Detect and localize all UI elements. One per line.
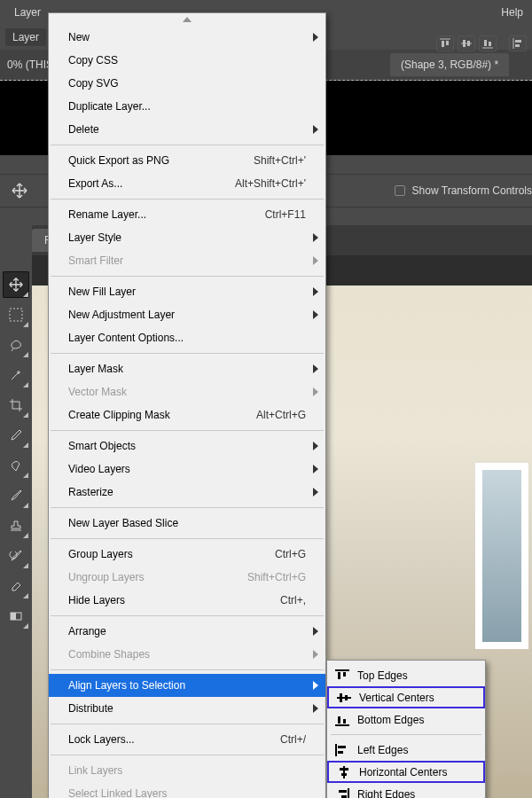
submenu-arrow-icon — [313, 233, 318, 242]
align-horizontal-centers-icon — [336, 764, 352, 780]
tool-brush[interactable] — [3, 482, 29, 509]
svg-rect-2 — [446, 41, 449, 45]
submenu-arrow-icon — [313, 465, 318, 473]
menu-item-layer-style[interactable]: Layer Style — [49, 226, 325, 249]
menu-item-label: Combine Shapes — [68, 648, 306, 661]
menu-item-layer-mask[interactable]: Layer Mask — [49, 357, 325, 380]
checkbox-icon[interactable] — [395, 185, 405, 196]
show-transform-controls-label: Show Transform Controls — [412, 184, 532, 197]
menu-item-new-adjustment-layer[interactable]: New Adjustment Layer — [49, 303, 325, 326]
menu-separator — [51, 145, 324, 145]
menu-item-video-layers[interactable]: Video Layers — [49, 458, 325, 481]
tool-stamp[interactable] — [3, 512, 29, 539]
menu-item-delete[interactable]: Delete — [49, 118, 325, 141]
menu-item-label: Link Layers — [68, 764, 306, 777]
menu-item-label: New Layer Based Slice — [68, 517, 306, 529]
submenu-item-label: Bottom Edges — [357, 714, 424, 726]
menu-item-quick-export[interactable]: Quick Export as PNGShift+Ctrl+' — [49, 149, 325, 172]
scroll-up-arrow-icon[interactable] — [49, 13, 325, 26]
move-tool-icon[interactable] — [9, 180, 30, 201]
menu-separator — [51, 724, 324, 724]
layer-menu-dropdown: New Copy CSS Copy SVG Duplicate Layer...… — [48, 12, 326, 798]
align-top-icon[interactable] — [436, 35, 454, 51]
menu-item-new[interactable]: New — [49, 26, 325, 49]
menu-separator — [51, 199, 324, 200]
menu-item-lock-layers[interactable]: Lock Layers...Ctrl+/ — [49, 728, 325, 751]
menu-item-vector-mask: Vector Mask — [49, 380, 325, 403]
submenu-arrow-icon — [313, 287, 318, 296]
menu-item-link-layers: Link Layers — [49, 759, 325, 782]
menu-item-smart-objects[interactable]: Smart Objects — [49, 434, 325, 458]
menu-item-label: New Fill Layer — [68, 286, 306, 298]
menu-layer[interactable]: Layer — [5, 3, 50, 22]
menu-item-distribute[interactable]: Distribute — [49, 697, 325, 720]
menu-item-layer-content-options[interactable]: Layer Content Options... — [49, 326, 325, 349]
shortcut-label: Shift+Ctrl+' — [254, 154, 306, 167]
menu-item-new-layer-based-slice[interactable]: New Layer Based Slice — [49, 512, 325, 535]
menu-item-group-layers[interactable]: Group LayersCtrl+G — [49, 543, 325, 566]
menu-item-export-as[interactable]: Export As...Alt+Shift+Ctrl+' — [49, 172, 325, 195]
svg-rect-14 — [11, 613, 16, 620]
shortcut-label: Alt+Shift+Ctrl+' — [235, 177, 306, 190]
tool-eyedropper[interactable] — [3, 422, 29, 449]
document-tab-shape3[interactable]: (Shape 3, RGB/8#) * — [390, 53, 509, 76]
menu-item-combine-shapes: Combine Shapes — [49, 643, 325, 666]
tool-move[interactable] — [3, 271, 29, 298]
tool-gradient[interactable] — [3, 603, 29, 630]
menu-item-copy-css[interactable]: Copy CSS — [49, 49, 325, 72]
shortcut-label: Ctrl+G — [275, 548, 306, 560]
submenu-item-label: Left Edges — [357, 744, 408, 756]
menu-item-rasterize[interactable]: Rasterize — [49, 481, 325, 504]
svg-rect-20 — [345, 695, 348, 700]
menu-item-copy-svg[interactable]: Copy SVG — [49, 72, 325, 95]
menu-item-label: New — [68, 31, 306, 43]
menu-item-label: Rasterize — [68, 486, 306, 498]
submenu-item-vertical-centers[interactable]: Vertical Centers — [327, 686, 485, 708]
menu-item-align-layers-to-selection[interactable]: Align Layers to Selection — [49, 674, 325, 697]
menu-item-hide-layers[interactable]: Hide LayersCtrl+, — [49, 589, 325, 612]
menu-item-label: Group Layers — [68, 548, 275, 560]
menu-item-label: Layer Mask — [68, 363, 306, 375]
align-left-icon[interactable] — [509, 35, 527, 51]
tool-lasso[interactable] — [3, 332, 29, 358]
svg-rect-23 — [343, 719, 346, 724]
submenu-item-right-edges[interactable]: Right Edges — [327, 783, 485, 798]
menu-item-create-clipping-mask[interactable]: Create Clipping MaskAlt+Ctrl+G — [49, 403, 325, 426]
menu-help[interactable]: Help — [492, 3, 532, 22]
menu-item-new-fill-layer[interactable]: New Fill Layer — [49, 280, 325, 303]
submenu-arrow-icon — [313, 125, 318, 134]
show-transform-controls-option[interactable]: Show Transform Controls — [395, 184, 532, 197]
submenu-item-left-edges[interactable]: Left Edges — [327, 739, 485, 761]
align-vcenter-icon[interactable] — [458, 35, 475, 51]
svg-rect-12 — [10, 309, 22, 321]
shortcut-label: Alt+Ctrl+G — [256, 409, 306, 421]
menu-item-arrange[interactable]: Arrange — [49, 620, 325, 643]
tool-marquee[interactable] — [3, 301, 29, 328]
svg-rect-7 — [484, 40, 487, 46]
submenu-arrow-icon — [313, 310, 318, 319]
shortcut-label: Ctrl+F11 — [265, 208, 306, 221]
tool-wand[interactable] — [3, 362, 29, 388]
toolbox — [0, 266, 32, 798]
layer-chip[interactable]: Layer — [5, 28, 46, 46]
svg-rect-32 — [341, 795, 347, 798]
submenu-item-bottom-edges[interactable]: Bottom Edges — [327, 708, 485, 731]
menu-separator — [51, 755, 324, 755]
align-vertical-centers-icon — [336, 690, 352, 706]
svg-rect-25 — [338, 746, 346, 748]
align-submenu: Top Edges Vertical Centers Bottom Edges … — [326, 660, 486, 798]
align-bottom-icon[interactable] — [479, 35, 497, 51]
tool-history-brush[interactable] — [3, 543, 29, 569]
submenu-item-horizontal-centers[interactable]: Horizontal Centers — [327, 761, 485, 783]
tool-healing[interactable] — [3, 452, 29, 479]
menu-item-duplicate-layer[interactable]: Duplicate Layer... — [49, 95, 325, 118]
image-window-right — [475, 463, 528, 649]
menu-item-label: Export As... — [68, 177, 235, 190]
menu-item-rename-layer[interactable]: Rename Layer...Ctrl+F11 — [49, 203, 325, 226]
tool-crop[interactable] — [3, 392, 29, 419]
align-left-edges-icon — [334, 742, 350, 758]
submenu-arrow-icon — [313, 364, 318, 373]
menu-item-label: New Adjustment Layer — [68, 309, 306, 321]
submenu-item-top-edges[interactable]: Top Edges — [327, 664, 485, 686]
tool-eraser[interactable] — [3, 573, 29, 599]
